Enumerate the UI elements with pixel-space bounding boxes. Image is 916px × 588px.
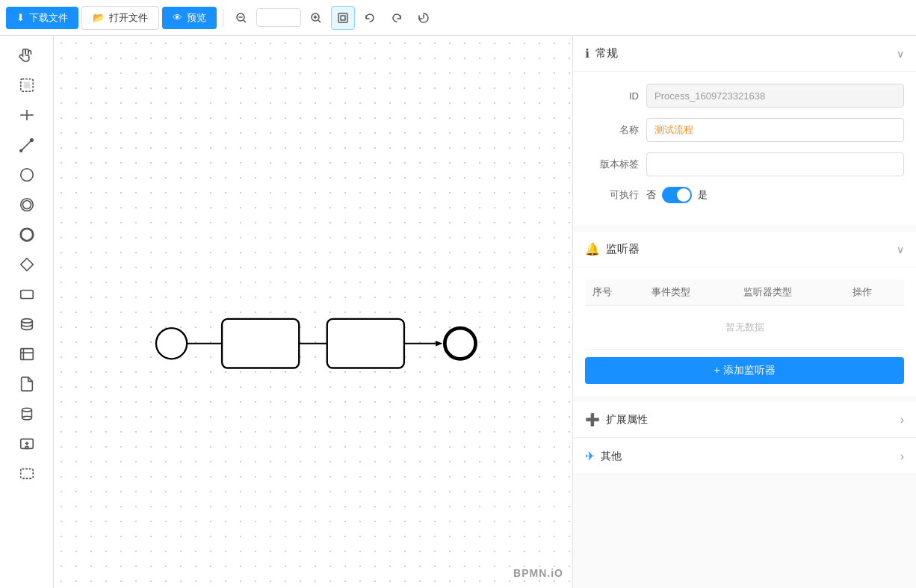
svg-point-19 (22, 201, 31, 209)
lasso-tool[interactable] (10, 102, 43, 129)
bpmn-watermark: BPMN.iO (513, 567, 563, 579)
general-title: 常规 (595, 46, 618, 61)
end-event[interactable] (445, 328, 475, 359)
listener-chevron-icon: ∨ (897, 244, 904, 256)
redo-button[interactable] (385, 6, 409, 30)
open-label: 打开文件 (109, 11, 148, 25)
other-title: 其他 (601, 450, 622, 463)
eye-icon: 👁 (173, 12, 182, 23)
executable-row: 可执行 否 是 (585, 187, 904, 203)
extend-icon: ➕ (585, 412, 600, 427)
zoom-input[interactable]: 100% (256, 8, 301, 27)
svg-rect-11 (24, 82, 29, 87)
task-1[interactable] (222, 319, 299, 368)
version-input[interactable] (646, 152, 904, 176)
download-label: 下载文件 (29, 11, 68, 25)
canvas-area[interactable]: BPMN.iO (54, 36, 572, 588)
col-seq: 序号 (585, 279, 644, 306)
svg-rect-8 (341, 16, 345, 20)
no-label: 否 (646, 188, 656, 202)
version-row: 版本标签 (585, 152, 904, 176)
preview-button[interactable]: 👁 预览 (162, 7, 217, 29)
other-arrow-icon: › (900, 450, 904, 463)
reset-button[interactable] (412, 6, 436, 30)
bell-icon: 🔔 (585, 242, 600, 256)
other-section[interactable]: ✈ 其他 › (573, 439, 916, 474)
svg-line-6 (318, 20, 321, 22)
select-tool[interactable] (10, 72, 43, 99)
general-body: ID 名称 版本标签 可执行 否 (573, 72, 916, 226)
intermediate-event-tool[interactable] (10, 191, 43, 218)
svg-point-30 (22, 416, 31, 420)
add-listener-button[interactable]: + 添加监听器 (585, 357, 904, 384)
connect-tool[interactable] (10, 131, 43, 158)
extend-left: ➕ 扩展属性 (585, 412, 648, 427)
open-button[interactable]: 📂 打开文件 (81, 6, 159, 30)
svg-point-23 (21, 319, 32, 324)
general-header-left: ℹ 常规 (585, 46, 618, 61)
empty-row: 暂无数据 (585, 306, 904, 350)
name-input[interactable] (646, 118, 904, 142)
name-row: 名称 (585, 118, 904, 142)
svg-point-16 (19, 149, 22, 152)
svg-rect-7 (338, 13, 347, 22)
start-event[interactable] (156, 328, 187, 359)
end-event-tool[interactable] (10, 221, 43, 248)
listener-section: 🔔 监听器 ∨ 序号 事件类型 监听器类型 操作 (573, 232, 916, 396)
pool-tool[interactable] (10, 341, 43, 368)
right-panel: ℹ 常规 ∨ ID 名称 版本标签 (572, 36, 916, 588)
separator-1 (223, 9, 223, 27)
svg-rect-35 (20, 469, 33, 479)
info-icon: ℹ (585, 46, 589, 61)
general-chevron-icon: ∨ (897, 48, 904, 60)
data-store-tool[interactable] (10, 311, 43, 338)
executable-label: 可执行 (585, 188, 639, 202)
listener-header-left: 🔔 监听器 (585, 242, 640, 256)
cylinder-tool[interactable] (10, 400, 43, 427)
empty-text: 暂无数据 (585, 306, 904, 350)
left-sidebar (0, 36, 54, 588)
svg-rect-22 (20, 291, 33, 299)
listener-section-header[interactable]: 🔔 监听器 ∨ (573, 232, 916, 267)
zoom-in-button[interactable] (304, 6, 328, 30)
id-input[interactable] (646, 84, 904, 108)
svg-line-2 (244, 20, 246, 22)
gateway-tool[interactable] (10, 251, 43, 278)
listener-title: 监听器 (606, 242, 640, 256)
subprocess-tool[interactable] (10, 430, 43, 457)
col-type: 监听器类型 (736, 279, 845, 306)
main-content: BPMN.iO ℹ 常规 ∨ ID 名称 (0, 36, 916, 588)
fit-screen-button[interactable] (331, 6, 355, 30)
general-section: ℹ 常规 ∨ ID 名称 版本标签 (573, 36, 916, 226)
general-section-header[interactable]: ℹ 常规 ∨ (573, 36, 916, 72)
hand-tool[interactable] (10, 42, 43, 69)
zoom-out-button[interactable] (229, 6, 253, 30)
preview-label: 预览 (187, 11, 206, 25)
yes-label: 是 (698, 188, 708, 202)
name-label: 名称 (585, 123, 639, 137)
start-event-tool[interactable] (10, 161, 43, 188)
download-icon: ⬇ (16, 12, 25, 23)
svg-rect-24 (20, 349, 33, 360)
undo-button[interactable] (358, 6, 382, 30)
col-action: 操作 (845, 279, 904, 306)
other-left: ✈ 其他 (585, 449, 622, 463)
bpmn-diagram[interactable] (54, 36, 572, 588)
download-button[interactable]: ⬇ 下载文件 (6, 7, 78, 29)
listener-table: 序号 事件类型 监听器类型 操作 暂无数据 (585, 279, 904, 350)
task-tool[interactable] (10, 281, 43, 308)
toolbar: ⬇ 下载文件 📂 打开文件 👁 预览 100% (0, 0, 916, 36)
executable-toggle[interactable] (662, 187, 692, 203)
svg-rect-32 (25, 447, 28, 449)
svg-line-14 (21, 141, 31, 151)
id-label: ID (585, 90, 639, 102)
frame-tool[interactable] (10, 460, 43, 487)
add-listener-label: + 添加监听器 (714, 364, 775, 377)
svg-point-17 (20, 169, 33, 182)
svg-point-15 (30, 139, 33, 142)
extend-section[interactable]: ➕ 扩展属性 › (573, 402, 916, 438)
other-icon: ✈ (585, 449, 595, 463)
task-2[interactable] (327, 319, 404, 368)
document-tool[interactable] (10, 371, 43, 397)
svg-point-27 (22, 408, 31, 412)
